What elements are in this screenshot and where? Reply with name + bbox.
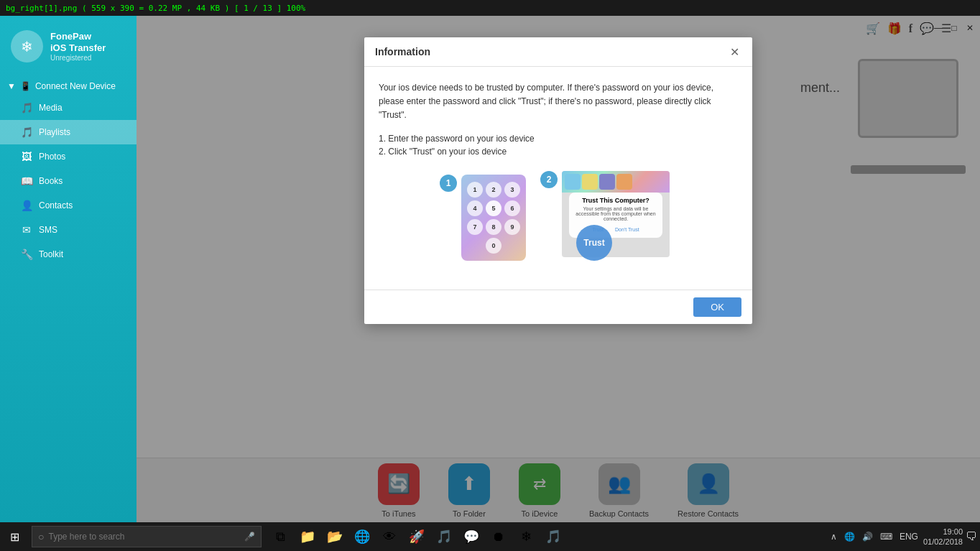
taskbar: ⊞ ○ 🎤 ⧉ 📁 📂 🌐 👁 🚀 🎵 💬 ⏺ ❄ 🎵 ∧ 🌐 🔊 ⌨ ENG … [0, 522, 980, 551]
step2-num: 2 [540, 171, 558, 188]
trust-title: Trust This Computer? [573, 197, 658, 204]
taskbar-apps: ⧉ 📁 📂 🌐 👁 🚀 🎵 💬 ⏺ ❄ 🎵 [267, 524, 566, 550]
key-8: 8 [486, 219, 501, 235]
sidebar-item-photos[interactable]: 🖼 Photos [0, 144, 137, 169]
key-3: 3 [504, 182, 520, 198]
device-icon: 📱 [20, 81, 31, 91]
app-icon-maps [599, 174, 615, 190]
nav-section: ▼ 📱 Connect New Device 🎵 Media 🎵 Playlis… [0, 77, 137, 522]
media-icon: 🎵 [20, 101, 33, 114]
app-name-line2: iOS Transfer [50, 42, 106, 54]
app-icons-row [562, 171, 670, 193]
snowflake-button[interactable]: ❄ [513, 524, 539, 550]
arrow-icon: ▼ [7, 81, 16, 91]
modal-footer: OK [364, 290, 752, 324]
dont-trust-button[interactable]: Don't Trust [611, 226, 644, 233]
sidebar-item-contacts[interactable]: 👤 Contacts [0, 193, 137, 218]
record-button[interactable]: ⏺ [486, 524, 512, 550]
app-logo: ❄ [11, 30, 43, 62]
photos-label: Photos [39, 152, 65, 162]
itunes-tb-button[interactable]: 🎵 [540, 524, 566, 550]
toolkit-label: Toolkit [39, 249, 63, 259]
modal-header: Information ✕ [364, 37, 752, 67]
search-icon: ○ [38, 531, 44, 542]
files-button[interactable]: 📂 [322, 524, 348, 550]
search-input[interactable] [48, 532, 240, 542]
phone-keypad: 1 2 3 4 5 6 [461, 175, 526, 261]
app-icon-clock [582, 174, 598, 190]
content-area: ❄ FonePaw iOS Transfer Unregistered ▼ 📱 … [0, 16, 980, 522]
playlists-label: Playlists [39, 127, 70, 137]
speaker-icon[interactable]: 🔊 [860, 532, 875, 542]
sidebar-item-sms[interactable]: ✉ SMS [0, 218, 137, 242]
sidebar-item-media[interactable]: 🎵 Media [0, 96, 137, 120]
reg-status: Unregistered [50, 54, 106, 62]
search-bar[interactable]: ○ 🎤 [32, 526, 262, 547]
sidebar: ❄ FonePaw iOS Transfer Unregistered ▼ 📱 … [0, 16, 137, 522]
key-6: 6 [504, 200, 520, 216]
photos-icon: 🖼 [20, 150, 33, 163]
sidebar-item-playlists[interactable]: 🎵 Playlists [0, 120, 137, 144]
app-window: ❄ FonePaw iOS Transfer Unregistered ▼ 📱 … [0, 16, 980, 522]
step2-text: 2. Click "Trust" on your ios device [379, 147, 738, 157]
information-modal: Information ✕ Your ios device needs to b… [364, 37, 752, 324]
books-icon: 📖 [20, 175, 33, 187]
nav-header-label: Connect New Device [35, 81, 116, 91]
contacts-label: Contacts [39, 200, 73, 210]
key-4: 4 [467, 200, 483, 216]
brand-text: FonePaw iOS Transfer Unregistered [50, 31, 106, 61]
key-0: 0 [486, 238, 501, 254]
lang-label: ENG [897, 532, 920, 542]
contacts-icon: 👤 [20, 199, 33, 212]
step1-image: 1 1 2 3 4 5 [440, 175, 526, 261]
keyboard-icon[interactable]: ⌨ [878, 532, 895, 542]
sidebar-item-books[interactable]: 📖 Books [0, 169, 137, 193]
clock: 19:00 [923, 527, 963, 537]
rocket-button[interactable]: 🚀 [404, 524, 430, 550]
books-label: Books [39, 176, 63, 186]
title-bar-text: bg_right[1].png ( 559 x 390 = 0.22 MP , … [6, 4, 305, 13]
explorer-button[interactable]: 📁 [295, 524, 320, 550]
step2-image: 2 [540, 171, 677, 264]
key-2: 2 [486, 182, 501, 198]
network-icon[interactable]: 🌐 [842, 532, 857, 542]
modal-steps: 1. Enter the password on your ios device… [379, 134, 738, 157]
taskview-button[interactable]: ⧉ [267, 524, 293, 550]
title-bar: bg_right[1].png ( 559 x 390 = 0.22 MP , … [0, 0, 980, 16]
key-1: 1 [467, 182, 483, 198]
step1-num: 1 [440, 175, 457, 192]
main-area: 🛒 🎁 f 💬 ☰ — □ ✕ ment... [137, 16, 980, 522]
eye-button[interactable]: 👁 [376, 524, 402, 550]
media-label: Media [39, 103, 63, 113]
key-7: 7 [467, 219, 483, 235]
trust-desc: Your settings and data will be accessibl… [573, 206, 658, 221]
modal-title: Information [375, 46, 430, 57]
playlists-icon: 🎵 [20, 126, 33, 139]
app-icon-weather [565, 174, 581, 190]
modal-close-button[interactable]: ✕ [727, 45, 741, 59]
chevron-up-icon[interactable]: ∧ [828, 532, 839, 542]
taskbar-right: ∧ 🌐 🔊 ⌨ ENG 19:00 01/02/2018 🗨 [828, 527, 980, 547]
app-icon-videos [616, 174, 632, 190]
notification-button[interactable]: 🗨 [966, 530, 977, 543]
chat-button[interactable]: 💬 [458, 524, 484, 550]
mic-icon[interactable]: 🎤 [244, 532, 255, 542]
trust-circle[interactable]: Trust [576, 225, 612, 261]
brand-section: ❄ FonePaw iOS Transfer Unregistered [0, 23, 137, 77]
modal-body-text: Your ios device needs to be trusted by c… [379, 81, 738, 123]
chrome-button[interactable]: 🌐 [349, 524, 375, 550]
time-display: 19:00 01/02/2018 [923, 527, 963, 547]
sms-icon: ✉ [20, 223, 33, 236]
step1-text: 1. Enter the password on your ios device [379, 134, 738, 144]
music-button[interactable]: 🎵 [431, 524, 457, 550]
modal-overlay: Information ✕ Your ios device needs to b… [137, 16, 980, 522]
sidebar-item-toolkit[interactable]: 🔧 Toolkit [0, 242, 137, 267]
app-name-line1: FonePaw [50, 31, 106, 42]
modal-body: Your ios device needs to be trusted by c… [364, 67, 752, 290]
key-9: 9 [504, 219, 520, 235]
toolkit-icon: 🔧 [20, 248, 33, 261]
start-button[interactable]: ⊞ [0, 522, 29, 551]
modal-images: 1 1 2 3 4 5 [379, 171, 738, 264]
nav-connect-device[interactable]: ▼ 📱 Connect New Device [0, 77, 137, 96]
ok-button[interactable]: OK [693, 297, 741, 317]
